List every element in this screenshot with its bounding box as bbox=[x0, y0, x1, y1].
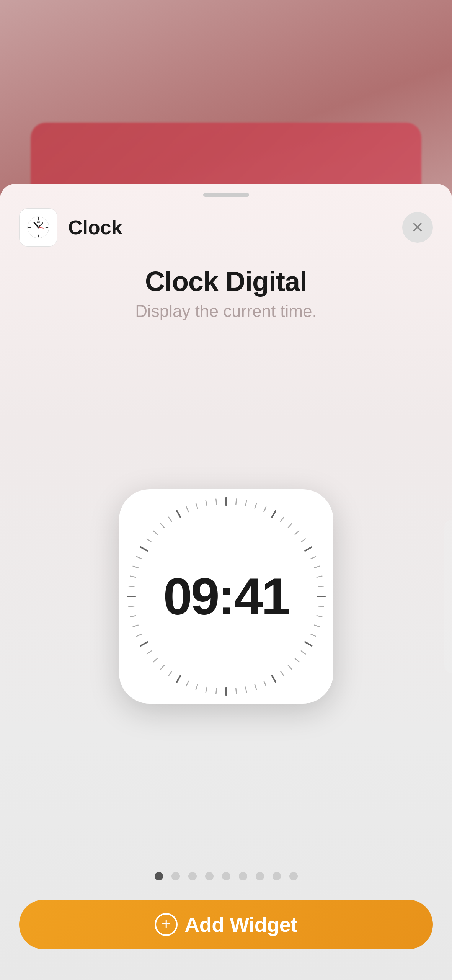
drag-handle[interactable] bbox=[203, 193, 249, 197]
svg-line-25 bbox=[255, 503, 256, 508]
svg-line-37 bbox=[314, 625, 319, 627]
svg-line-61 bbox=[133, 566, 138, 568]
header-row: 12 Clock ✕ bbox=[0, 197, 452, 250]
svg-line-39 bbox=[301, 651, 305, 654]
svg-line-69 bbox=[206, 501, 207, 506]
svg-text:12: 12 bbox=[37, 220, 40, 223]
svg-line-16 bbox=[272, 675, 276, 682]
svg-line-44 bbox=[255, 684, 256, 689]
clock-time-display: 09:41 bbox=[163, 567, 289, 626]
close-icon: ✕ bbox=[411, 220, 424, 235]
svg-line-42 bbox=[281, 671, 284, 676]
svg-line-35 bbox=[318, 606, 323, 606]
svg-line-62 bbox=[137, 557, 142, 559]
svg-line-55 bbox=[137, 634, 142, 636]
svg-line-18 bbox=[177, 675, 181, 682]
svg-line-64 bbox=[153, 531, 157, 534]
svg-line-59 bbox=[129, 586, 134, 586]
page-dot-4[interactable] bbox=[205, 872, 214, 880]
page-dot-3[interactable] bbox=[188, 872, 197, 880]
svg-line-26 bbox=[264, 507, 266, 512]
add-widget-icon: + bbox=[155, 913, 178, 936]
widget-subtitle: Display the current time. bbox=[135, 302, 317, 321]
page-dot-6[interactable] bbox=[239, 872, 247, 880]
page-dot-5[interactable] bbox=[222, 872, 230, 880]
svg-line-46 bbox=[236, 689, 236, 694]
svg-line-47 bbox=[216, 689, 216, 694]
svg-line-68 bbox=[196, 503, 197, 508]
page-dot-1[interactable] bbox=[155, 872, 163, 880]
svg-line-43 bbox=[264, 681, 266, 686]
svg-line-12 bbox=[272, 511, 276, 518]
app-name-label: Clock bbox=[68, 216, 402, 239]
svg-line-65 bbox=[160, 524, 164, 528]
svg-line-56 bbox=[133, 625, 138, 627]
add-widget-label: Add Widget bbox=[184, 913, 297, 936]
clock-widget[interactable]: 09:41 bbox=[119, 489, 333, 704]
svg-line-58 bbox=[129, 606, 134, 606]
svg-line-34 bbox=[318, 586, 323, 586]
title-section: Clock Digital Display the current time. bbox=[112, 266, 339, 321]
bottom-sheet: 12 Clock ✕ Clock Digital Display the cur… bbox=[0, 184, 452, 980]
svg-line-50 bbox=[186, 681, 188, 686]
svg-line-63 bbox=[147, 539, 151, 542]
widget-preview-area: 09:41 bbox=[0, 321, 452, 872]
svg-line-21 bbox=[140, 547, 147, 551]
svg-line-33 bbox=[317, 576, 322, 577]
page-indicator bbox=[155, 872, 298, 880]
plus-icon: + bbox=[162, 916, 171, 932]
svg-line-52 bbox=[160, 665, 164, 669]
widget-title: Clock Digital bbox=[135, 266, 317, 297]
svg-line-29 bbox=[295, 531, 299, 534]
clock-app-icon: 12 bbox=[23, 212, 54, 243]
svg-line-60 bbox=[130, 576, 135, 577]
svg-line-40 bbox=[295, 658, 299, 662]
svg-line-38 bbox=[311, 634, 316, 636]
close-button[interactable]: ✕ bbox=[402, 212, 433, 243]
svg-line-49 bbox=[196, 684, 197, 689]
next-widget-peek bbox=[444, 520, 452, 673]
svg-line-67 bbox=[186, 507, 188, 512]
page-dot-2[interactable] bbox=[171, 872, 180, 880]
svg-line-53 bbox=[153, 658, 157, 662]
svg-line-31 bbox=[311, 557, 316, 559]
svg-point-10 bbox=[38, 227, 39, 229]
svg-line-51 bbox=[168, 671, 171, 676]
svg-line-32 bbox=[314, 566, 319, 568]
page-dot-7[interactable] bbox=[256, 872, 264, 880]
svg-line-66 bbox=[168, 517, 171, 521]
svg-line-23 bbox=[236, 499, 236, 504]
svg-line-27 bbox=[281, 517, 284, 521]
svg-line-70 bbox=[216, 499, 216, 504]
svg-line-54 bbox=[147, 651, 151, 654]
svg-line-48 bbox=[206, 687, 207, 693]
svg-line-36 bbox=[317, 616, 322, 617]
svg-line-28 bbox=[288, 524, 291, 528]
svg-line-45 bbox=[245, 687, 246, 693]
svg-line-57 bbox=[130, 616, 135, 617]
svg-line-30 bbox=[301, 539, 305, 542]
app-icon-wrapper: 12 bbox=[19, 208, 57, 247]
svg-line-13 bbox=[305, 547, 312, 551]
svg-line-15 bbox=[305, 642, 312, 646]
svg-line-22 bbox=[177, 511, 181, 518]
add-widget-button[interactable]: + Add Widget bbox=[19, 900, 433, 949]
svg-line-24 bbox=[245, 501, 246, 506]
svg-line-41 bbox=[288, 665, 291, 669]
svg-line-19 bbox=[140, 642, 147, 646]
page-dot-9[interactable] bbox=[289, 872, 298, 880]
page-dot-8[interactable] bbox=[273, 872, 281, 880]
